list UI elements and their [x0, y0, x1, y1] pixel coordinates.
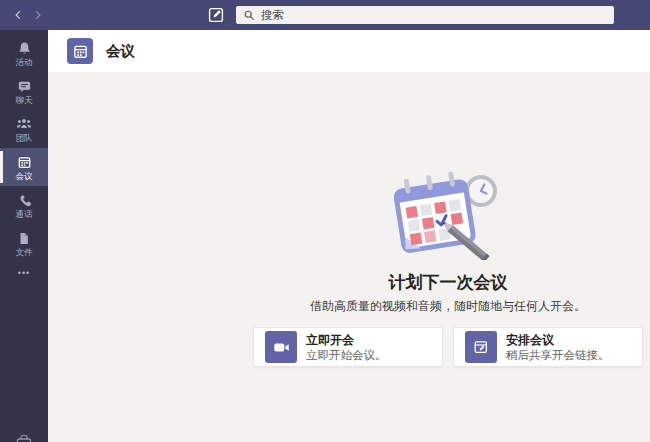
sidebar-item-label: 聊天 [16, 96, 33, 105]
video-camera-icon [265, 331, 297, 363]
chat-icon [17, 78, 32, 95]
meet-now-text: 立即开会 立即开始会议。 [306, 333, 387, 362]
schedule-meeting-label: 安排会议 [506, 333, 610, 347]
meetings-header: 会议 [48, 30, 650, 72]
empty-state-subtitle: 借助高质量的视频和音频，随时随地与任何人开会。 [310, 299, 586, 314]
page-title: 会议 [106, 42, 135, 61]
search-input[interactable] [261, 9, 607, 21]
sidebar-item-calls[interactable]: 通话 [0, 186, 48, 224]
empty-state-title: 计划下一次会议 [389, 272, 508, 294]
compose-icon [207, 6, 225, 24]
file-icon [17, 230, 31, 247]
ellipsis-icon: ••• [18, 268, 30, 278]
calendar-illustration [386, 166, 510, 260]
schedule-meeting-text: 安排会议 稍后共享开会链接。 [506, 333, 610, 362]
new-chat-button[interactable] [206, 5, 226, 25]
back-button[interactable] [8, 5, 28, 25]
meet-now-label: 立即开会 [306, 333, 387, 347]
search-box[interactable] [236, 6, 614, 24]
phone-icon [17, 192, 32, 209]
sidebar-item-chat[interactable]: 聊天 [0, 72, 48, 110]
schedule-meeting-button[interactable]: 安排会议 稍后共享开会链接。 [453, 327, 643, 367]
sidebar-item-label: 通话 [16, 210, 33, 219]
sidebar-item-activity[interactable]: 活动 [0, 34, 48, 72]
title-bar [0, 0, 650, 30]
sidebar-item-label: 文件 [16, 248, 33, 257]
sidebar-item-label: 活动 [16, 58, 33, 67]
chevron-left-icon [12, 9, 24, 21]
calendar-badge-icon [72, 43, 89, 60]
apps-store-icon[interactable] [16, 435, 32, 442]
sidebar-item-label: 团队 [16, 134, 33, 143]
sidebar-item-files[interactable]: 文件 [0, 224, 48, 262]
app-sidebar: 活动 聊天 团队 [0, 30, 48, 442]
more-apps-button[interactable]: ••• [0, 262, 48, 284]
schedule-meeting-description: 稍后共享开会链接。 [506, 348, 610, 362]
empty-state: 计划下一次会议 借助高质量的视频和音频，随时随地与任何人开会。 立即开会 立即开… [253, 166, 643, 367]
sidebar-item-label: 会议 [16, 172, 33, 181]
meetings-content: 计划下一次会议 借助高质量的视频和音频，随时随地与任何人开会。 立即开会 立即开… [48, 72, 650, 442]
search-icon [243, 9, 256, 22]
chevron-right-icon [32, 9, 44, 21]
action-buttons-row: 立即开会 立即开始会议。 安排会议 稍后共享开会链接。 [253, 327, 643, 367]
sidebar-item-teams[interactable]: 团队 [0, 110, 48, 148]
sidebar-item-meetings[interactable]: 会议 [0, 148, 48, 186]
calendar-add-icon [465, 331, 497, 363]
meetings-badge [67, 38, 93, 64]
bell-icon [17, 40, 32, 57]
people-icon [16, 116, 32, 133]
calendar-icon [17, 154, 32, 171]
forward-button[interactable] [28, 5, 48, 25]
meet-now-description: 立即开始会议。 [306, 348, 387, 362]
meet-now-button[interactable]: 立即开会 立即开始会议。 [253, 327, 443, 367]
